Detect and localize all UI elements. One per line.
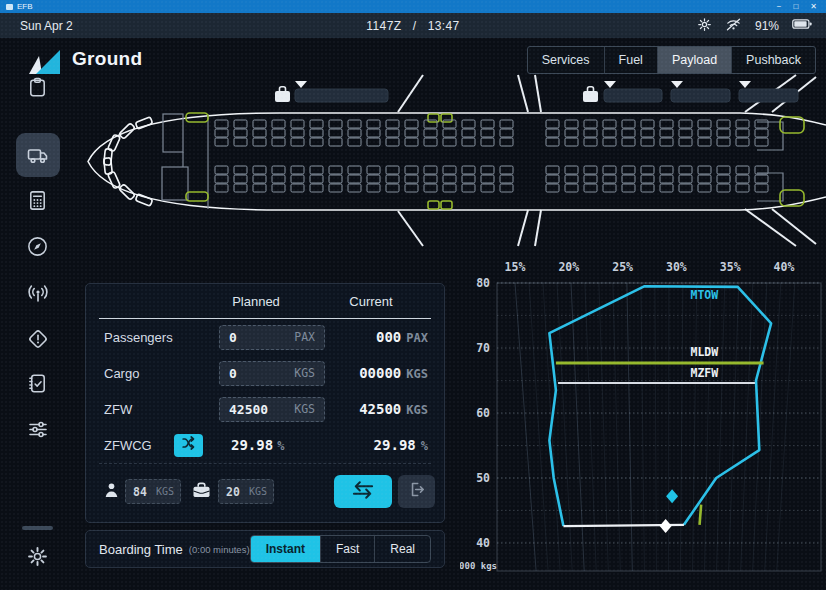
boarding-option-real[interactable]: Real <box>374 536 430 562</box>
sidebar-item-clipboard[interactable] <box>0 76 75 99</box>
load-progress-bar <box>739 89 798 102</box>
calculator-icon <box>26 189 49 212</box>
cg-envelope-chart: 15%20%25%30%35%40%8070605040x 1000 kgsMT… <box>460 250 826 578</box>
checklist-icon <box>26 372 49 395</box>
payload-panel: Planned Current Passengers 0 PAX 000PAX … <box>85 283 445 523</box>
svg-text:80: 80 <box>476 276 490 290</box>
passengers-planned-input[interactable]: 0 PAX <box>219 325 325 350</box>
cg-axis-labels: 15%20%25%30%35%40% <box>505 260 795 274</box>
efb-app-window: EFB −□✕ Sun Apr 2 1147Z / 13:47 91% Grou… <box>0 0 826 590</box>
sidebar-item-antenna[interactable] <box>0 281 75 305</box>
truck-icon <box>26 143 50 167</box>
transfer-payload-button[interactable] <box>334 475 392 508</box>
svg-text:25%: 25% <box>612 260 633 274</box>
close-button[interactable]: ✕ <box>810 0 817 13</box>
bag-weight-input[interactable]: 20 KGS <box>218 479 274 504</box>
load-progress-bar <box>295 89 388 102</box>
sidebar-item-settings[interactable] <box>0 545 75 568</box>
sidebar-item-warning[interactable] <box>0 327 75 351</box>
passengers-planned-value: 0 <box>220 330 237 345</box>
tab-payload[interactable]: Payload <box>657 47 731 73</box>
app-icon <box>6 4 13 10</box>
aircraft-cabin-map <box>80 73 826 248</box>
zfwcg-planned-value: 29.98% <box>231 437 284 453</box>
cg-fan-gridlines <box>515 283 795 571</box>
passengers-label: Passengers <box>104 330 174 345</box>
sidebar-divider <box>22 526 53 530</box>
clock-separator: / <box>413 19 417 33</box>
passengers-current-value: 000PAX <box>325 329 428 345</box>
mldw-label: MLDW <box>691 345 719 359</box>
minimize-button[interactable]: − <box>777 0 782 13</box>
randomize-cg-button[interactable] <box>174 434 203 457</box>
maximize-button[interactable]: □ <box>793 0 798 13</box>
window-title-bar: EFB −□✕ <box>0 0 826 13</box>
sidebar-item-truck[interactable] <box>0 133 75 177</box>
boarding-time-sublabel: (0:00 minutes) <box>189 544 250 555</box>
cargo-current-value: 00000KGS <box>325 365 428 381</box>
boarding-option-fast[interactable]: Fast <box>320 536 374 562</box>
zfw-label: ZFW <box>104 402 174 417</box>
zfw-current-value: 42500KGS <box>325 401 428 417</box>
status-bar: Sun Apr 2 1147Z / 13:47 91% <box>0 13 826 38</box>
cargo-label: Cargo <box>104 366 174 381</box>
zfw-planned-value: 42500 <box>220 402 268 417</box>
clipboard-icon <box>26 76 49 99</box>
briefcase-icon <box>275 87 290 102</box>
zfw-planned-input[interactable]: 42500 KGS <box>219 397 325 422</box>
boarding-time-label: Boarding Time <box>99 542 183 557</box>
door-pointer-icon <box>295 81 307 88</box>
load-progress-bar <box>604 89 662 102</box>
shuffle-icon <box>180 435 197 455</box>
sidebar-item-compass[interactable] <box>0 235 75 258</box>
svg-text:30%: 30% <box>666 260 687 274</box>
tab-fuel[interactable]: Fuel <box>604 47 657 73</box>
local-time: 13:47 <box>428 19 460 33</box>
bag-weight-icon <box>192 482 211 502</box>
app-title: EFB <box>17 2 33 11</box>
sidebar-item-sliders[interactable] <box>0 417 75 441</box>
sidebar-item-checklist[interactable] <box>0 372 75 395</box>
svg-text:60: 60 <box>476 406 490 420</box>
zfw-marker <box>660 519 672 533</box>
tow-marker <box>666 489 678 503</box>
tab-bar: ServicesFuelPayloadPushback <box>527 46 816 74</box>
boarding-speed-segmented-control: InstantFastReal <box>250 535 431 563</box>
fuselage-outline <box>88 113 826 210</box>
svg-text:70: 70 <box>476 341 490 355</box>
pax-weight-input[interactable]: 84 KGS <box>125 479 181 504</box>
briefcase-icon <box>583 87 598 102</box>
sliders-icon <box>26 417 50 441</box>
cargo-planned-value: 0 <box>220 366 237 381</box>
cargo-planned-input[interactable]: 0 KGS <box>219 361 325 386</box>
status-clock: 1147Z / 13:47 <box>0 19 826 33</box>
boarding-time-card: Boarding Time (0:00 minutes) InstantFast… <box>85 530 445 568</box>
sidebar-item-calculator[interactable] <box>0 189 75 212</box>
passenger-weight-icon <box>104 482 119 502</box>
exit-button[interactable] <box>398 475 435 508</box>
row-zfw: ZFW 42500 KGS 42500KGS <box>86 391 444 427</box>
antenna-icon <box>26 281 50 305</box>
seat-map <box>215 120 768 192</box>
cockpit-windows <box>104 117 153 206</box>
fenix-logo <box>27 46 61 79</box>
transfer-arrows-icon <box>348 480 378 504</box>
tab-services[interactable]: Services <box>528 47 604 73</box>
mtow-label: MTOW <box>691 288 719 302</box>
tab-pushback[interactable]: Pushback <box>731 47 815 73</box>
zfw-planned-unit: KGS <box>294 402 324 416</box>
bag-weight-unit: KGS <box>249 486 273 497</box>
window-controls: −□✕ <box>777 0 826 13</box>
mzfw-label: MZFW <box>691 366 719 380</box>
row-passengers: Passengers 0 PAX 000PAX <box>86 319 444 355</box>
zfwcg-label: ZFWCG <box>104 438 174 453</box>
passengers-planned-unit: PAX <box>294 330 324 344</box>
column-header-current: Current <box>311 294 431 309</box>
compass-icon <box>26 235 49 258</box>
column-header-planned: Planned <box>201 294 311 309</box>
door-pointer-icon <box>604 81 616 88</box>
door-pointer-icon <box>671 81 683 88</box>
page-title: Ground <box>72 48 142 70</box>
zfwcg-current-value: 29.98% <box>284 437 428 453</box>
boarding-option-instant[interactable]: Instant <box>251 536 320 562</box>
